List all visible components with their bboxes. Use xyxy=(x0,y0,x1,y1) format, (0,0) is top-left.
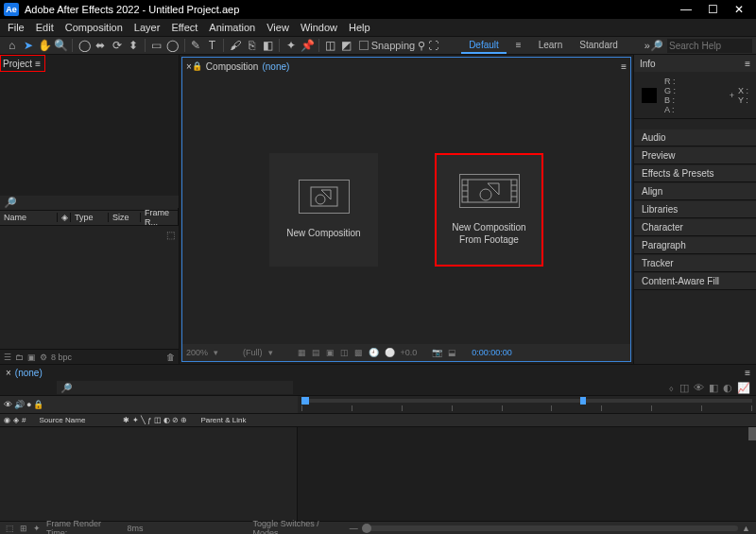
menu-layer[interactable]: Layer xyxy=(129,22,166,33)
lock-icon[interactable]: 🔒 xyxy=(192,61,202,71)
snapping-magnet-icon[interactable]: ⚲ xyxy=(418,40,425,52)
pan-behind-tool-icon[interactable]: ⬌ xyxy=(93,37,109,54)
comp-mini-flowchart-icon[interactable]: ⬨ xyxy=(668,382,675,394)
timeline-end-marker[interactable] xyxy=(748,427,756,440)
selection-tool-icon[interactable]: ➤ xyxy=(20,37,36,54)
eraser-tool-icon[interactable]: ◧ xyxy=(260,37,276,54)
mask-vis-icon[interactable]: ▣ xyxy=(326,348,335,357)
time-ruler[interactable] xyxy=(298,395,756,414)
info-menu-icon[interactable]: ≡ xyxy=(745,59,750,69)
snapping-checkbox[interactable] xyxy=(359,41,369,50)
timeline-search[interactable]: 🔎 xyxy=(57,381,293,394)
ellipse-tool-icon[interactable]: ◯ xyxy=(164,37,180,54)
section-tracker[interactable]: Tracker xyxy=(634,255,756,272)
workspace-default[interactable]: Default xyxy=(461,38,507,54)
flowchart-icon[interactable]: ⬚ xyxy=(166,230,175,240)
timeline-layer-list[interactable] xyxy=(0,427,298,521)
menu-animation[interactable]: Animation xyxy=(203,22,261,33)
lock-col-icon[interactable]: 🔒 xyxy=(33,400,43,409)
rectangle-tool-icon[interactable]: ▭ xyxy=(148,37,164,54)
col-size[interactable]: Size xyxy=(109,213,141,222)
menu-effect[interactable]: Effect xyxy=(165,22,203,33)
pen-tool-icon[interactable]: ✎ xyxy=(188,37,204,54)
camera-tool-icon[interactable]: ⬍ xyxy=(125,37,141,54)
roto-tool-icon[interactable]: ✦ xyxy=(283,37,299,54)
composition-menu-icon[interactable]: ≡ xyxy=(621,61,627,72)
roi-icon[interactable]: ◫ xyxy=(340,348,349,357)
bpc-label[interactable]: 8 bpc xyxy=(51,353,72,362)
mask-icon[interactable]: ◩ xyxy=(338,37,354,54)
zoom-out-icon[interactable]: — xyxy=(350,524,358,533)
col-parent-link[interactable]: Parent & Link xyxy=(200,416,246,424)
puppet-tool-icon[interactable]: 📌 xyxy=(300,37,316,54)
minimize-button[interactable]: — xyxy=(673,3,699,16)
playhead[interactable] xyxy=(301,397,309,405)
shape-icon[interactable]: ◫ xyxy=(322,37,338,54)
draft3d-icon[interactable]: ◫ xyxy=(679,382,689,394)
info-tab[interactable]: Info ≡ xyxy=(634,55,756,72)
zoom-level[interactable]: 200% xyxy=(186,348,208,357)
zoom-dropdown-icon[interactable]: ▾ xyxy=(214,348,218,357)
section-effects[interactable]: Effects & Presets xyxy=(634,165,756,182)
footer-icon1[interactable]: ⬚ xyxy=(6,524,14,533)
frame-blend-icon[interactable]: ◧ xyxy=(709,382,718,394)
timeline-track-area[interactable] xyxy=(298,427,756,521)
snapping-options-icon[interactable]: ⛶ xyxy=(428,40,438,51)
menu-help[interactable]: Help xyxy=(343,22,376,33)
timeline-menu-icon[interactable]: ≡ xyxy=(745,368,750,378)
snapshot-icon[interactable]: ⚪ xyxy=(385,348,395,357)
zoom-slider[interactable] xyxy=(362,525,738,531)
section-paragraph[interactable]: Paragraph xyxy=(634,237,756,254)
workspace-learn[interactable]: Learn xyxy=(531,38,571,54)
col-type[interactable]: Type xyxy=(71,213,109,222)
col-source-name[interactable]: Source Name xyxy=(39,416,85,424)
project-list[interactable]: ⬚ xyxy=(0,226,179,350)
new-composition-card[interactable]: New Composition xyxy=(269,153,378,267)
solo-col-icon[interactable]: ● xyxy=(26,400,31,409)
motion-blur-icon[interactable]: ◐ xyxy=(723,382,732,394)
timeline-close-icon[interactable]: × xyxy=(6,368,11,378)
menu-window[interactable]: Window xyxy=(295,22,343,33)
close-button[interactable]: ✕ xyxy=(726,3,752,16)
guides-icon[interactable]: ▤ xyxy=(312,348,320,357)
grid-icon[interactable]: ▦ xyxy=(298,348,306,357)
exposure-value[interactable]: +0.0 xyxy=(401,348,418,357)
label-col-icon[interactable]: ◈ xyxy=(13,416,19,424)
section-libraries[interactable]: Libraries xyxy=(634,201,756,218)
new-composition-from-footage-card[interactable]: New Composition From Footage xyxy=(435,153,543,267)
section-audio[interactable]: Audio xyxy=(634,129,756,146)
audio-col-icon[interactable]: 🔊 xyxy=(14,400,25,409)
interpret-icon[interactable]: ☰ xyxy=(4,353,11,362)
rotate-tool-icon[interactable]: ⟳ xyxy=(109,37,125,54)
menu-composition[interactable]: Composition xyxy=(60,22,129,33)
render-icon[interactable]: ⬓ xyxy=(448,348,456,357)
camera-icon[interactable]: 📷 xyxy=(432,348,442,357)
av-col-icon[interactable]: ◉ xyxy=(4,416,10,424)
new-comp-icon[interactable]: ▣ xyxy=(27,353,36,362)
footer-icon3[interactable]: ✦ xyxy=(33,524,41,533)
hand-tool-icon[interactable]: ✋ xyxy=(37,37,53,54)
snapping-toggle[interactable]: Snapping ⚲ ⛶ xyxy=(355,40,443,52)
col-frame[interactable]: Frame R... xyxy=(141,208,179,227)
workspace-menu-icon[interactable]: ≡ xyxy=(508,38,529,54)
section-character[interactable]: Character xyxy=(634,219,756,236)
res-dropdown-icon[interactable]: ▾ xyxy=(268,348,273,357)
trash-icon[interactable]: 🗑 xyxy=(166,353,175,362)
work-area-end[interactable] xyxy=(580,397,586,405)
menu-view[interactable]: View xyxy=(261,22,295,33)
search-input[interactable] xyxy=(667,39,752,53)
zoom-tool-icon[interactable]: 🔍 xyxy=(53,37,69,54)
orbit-tool-icon[interactable]: ◯ xyxy=(76,37,92,54)
shy-icon[interactable]: 👁 xyxy=(694,382,704,394)
maximize-button[interactable]: ☐ xyxy=(699,3,726,16)
project-tab[interactable]: Project ≡ xyxy=(0,55,45,72)
project-tab-menu-icon[interactable]: ≡ xyxy=(35,59,41,69)
section-align[interactable]: Align xyxy=(634,183,756,200)
col-name[interactable]: Name xyxy=(0,213,58,222)
time-icon[interactable]: 🕘 xyxy=(369,348,379,357)
menu-file[interactable]: File xyxy=(2,22,30,33)
home-icon[interactable]: ⌂ xyxy=(4,37,20,54)
composition-tab-label[interactable]: Composition xyxy=(206,61,259,72)
transparency-icon[interactable]: ▩ xyxy=(354,348,363,357)
menu-edit[interactable]: Edit xyxy=(30,22,60,33)
